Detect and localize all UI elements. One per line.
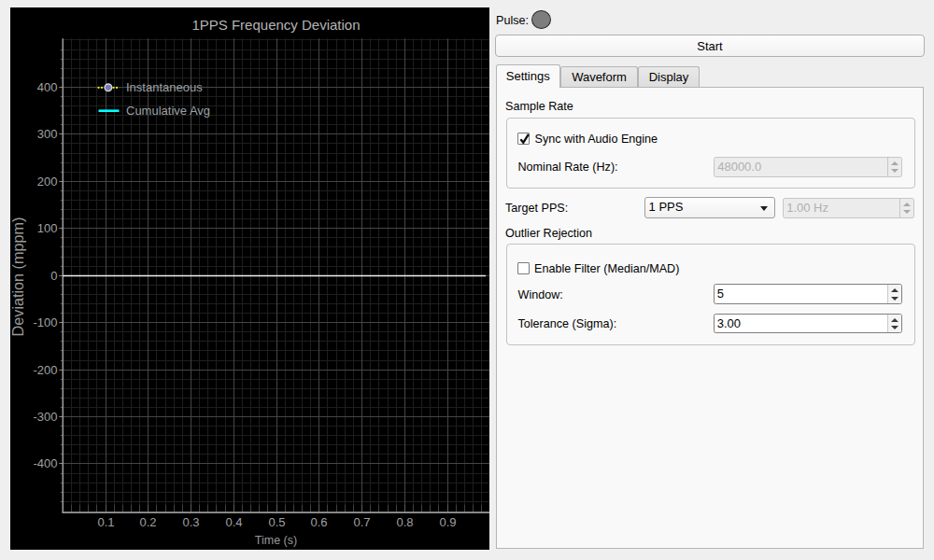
svg-text:Instantaneous: Instantaneous (126, 80, 203, 94)
svg-text:200: 200 (37, 175, 58, 189)
svg-text:-300: -300 (33, 410, 57, 424)
svg-text:0.2: 0.2 (139, 515, 156, 529)
svg-text:400: 400 (37, 80, 58, 94)
svg-text:0.7: 0.7 (353, 515, 370, 529)
svg-text:Deviation (mppm): Deviation (mppm) (10, 217, 26, 337)
svg-text:-400: -400 (33, 456, 57, 470)
svg-text:Time (s): Time (s) (255, 534, 297, 547)
svg-text:0.8: 0.8 (396, 515, 413, 529)
svg-text:0.4: 0.4 (225, 515, 242, 529)
svg-text:0.1: 0.1 (97, 515, 114, 529)
svg-text:0.6: 0.6 (310, 515, 327, 529)
svg-text:0: 0 (50, 269, 57, 283)
svg-text:0.3: 0.3 (182, 515, 199, 529)
svg-text:100: 100 (37, 221, 58, 235)
svg-text:Cumulative Avg: Cumulative Avg (126, 104, 210, 118)
svg-text:-200: -200 (33, 363, 57, 377)
svg-text:-100: -100 (33, 315, 57, 329)
svg-text:300: 300 (37, 127, 58, 141)
svg-text:0.5: 0.5 (268, 515, 285, 529)
svg-text:0.9: 0.9 (439, 515, 456, 529)
svg-text:1PPS Frequency Deviation: 1PPS Frequency Deviation (191, 17, 360, 33)
